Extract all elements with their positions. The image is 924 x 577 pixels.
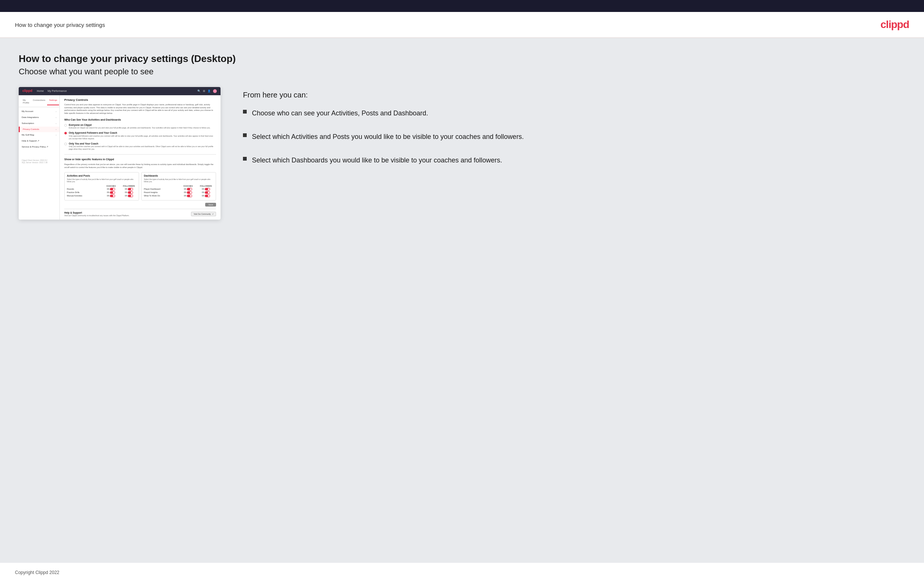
chevron-icon: › [56,128,57,131]
nav-link-performance[interactable]: My Performance [47,89,66,93]
app-main-content: Privacy Controls Control how you and you… [60,95,221,220]
logo: clippd [880,19,909,31]
app-nav-icons: 🔍 ⊞ 👤 [197,89,217,93]
person-icon[interactable]: 👤 [207,89,211,93]
features-section: Show or hide specific features in Clippd… [64,158,216,206]
header: How to change your privacy settings clip… [0,12,924,38]
toggle-rounds-follower[interactable] [128,188,133,190]
content-layout: clippd Home My Performance 🔍 ⊞ 👤 [19,87,905,219]
app-body: My Profile Connections Settings My Accou… [19,95,221,220]
app-mockup: clippd Home My Performance 🔍 ⊞ 👤 [19,87,221,219]
dashboard-row-player: Player Dashboard ON ON [144,188,213,190]
toggle-insights-coach[interactable] [187,191,192,194]
toggle-insights-follower[interactable] [205,191,210,194]
chevron-icon: › [56,122,57,125]
radio-desc-followers: Only approved followers and coaches you … [69,135,216,140]
bullet-text-3: Select which Dashboards you would like t… [252,155,502,166]
help-title: Help & Support [64,211,129,214]
col-label-coaches: COACHES [103,185,118,187]
header-title: How to change your privacy settings [15,22,105,28]
sidebar-item-privacy-controls[interactable]: Privacy Controls › [19,127,60,132]
radio-desc-everyone: Everyone on Clippd can search for you an… [69,127,210,129]
toggle-workon-coach[interactable] [187,195,192,197]
toggle-player-follower[interactable] [205,188,210,190]
sidebar-item-data-integrations[interactable]: Data Integrations › [19,114,60,121]
bullet-text-2: Select which Activities and Posts you wo… [252,132,524,142]
chevron-icon: › [56,134,57,137]
dashboard-row-round-insights: Round Insights ON ON [144,191,213,194]
dashboards-table-header: COACHES FOLLOWERS [144,185,213,187]
activity-name-manual: Manual Activities [67,195,103,197]
page-heading: How to change your privacy settings (Des… [19,53,905,64]
grid-icon[interactable]: ⊞ [203,89,205,93]
screenshot-mockup: clippd Home My Performance 🔍 ⊞ 👤 [19,87,221,219]
radio-label-followers: Only Approved Followers and Your Coach [69,131,216,134]
search-icon[interactable]: 🔍 [197,89,201,93]
radio-label-everyone: Everyone on Clippd [69,124,210,127]
sidebar-item-my-account[interactable]: My Account › [19,109,60,114]
sidebar-item-service-privacy[interactable]: Service & Privacy Policy ↗ [19,144,60,150]
avatar-icon[interactable] [213,89,217,93]
main-content: How to change your privacy settings (Des… [0,38,924,563]
activities-posts-card: Activities and Posts Select the types of… [64,172,139,201]
features-section-desc: Regardless of the privacy controls that … [64,163,216,169]
dashboards-card-title: Dashboards [144,174,213,177]
top-bar [0,0,924,12]
dashboard-name-what-to-work: What To Work On [144,195,181,197]
activities-card-title: Activities and Posts [67,174,136,177]
activity-name-rounds: Rounds [67,188,103,190]
radio-option-everyone[interactable]: Everyone on Clippd Everyone on Clippd ca… [64,124,216,129]
activity-row-practice-drills: Practice Drills ON ON [67,191,136,194]
toggle-workon-follower[interactable] [205,195,210,197]
radio-circle-followers [64,132,67,134]
toggle-manual-follower[interactable] [128,195,133,197]
sidebar-tabs: My Profile Connections Settings [19,98,60,108]
tab-settings[interactable]: Settings [47,98,59,106]
activity-name-practice-drills: Practice Drills [67,191,103,194]
features-grid: Activities and Posts Select the types of… [64,172,216,201]
help-desc: Visit our Clippd community to troublesho… [64,214,129,217]
radio-label-coach-only: Only You and Your Coach [69,142,216,145]
radio-circle-everyone [64,124,67,127]
toggle-player-coach[interactable] [187,188,192,190]
footer: Copyright Clippd 2022 [0,563,924,577]
save-button[interactable]: Save [205,203,216,206]
dashboard-row-what-to-work-on: What To Work On ON ON [144,195,213,197]
toggle-manual-coach[interactable] [110,195,115,197]
bullet-square [243,133,247,137]
dashboards-card-desc: Select the types of activity that you'd … [144,179,213,183]
radio-option-followers[interactable]: Only Approved Followers and Your Coach O… [64,131,216,140]
bullet-item-3: Select which Dashboards you would like t… [243,155,905,166]
activities-card-desc: Select the types of activity that you'd … [67,179,136,183]
toggle-rounds-coach[interactable] [110,188,115,190]
features-section-title: Show or hide specific features in Clippd [64,158,216,161]
info-panel-heading: From here you can: [243,91,905,99]
activities-table-header: COACHES FOLLOWERS [67,185,136,187]
toggle-drills-coach[interactable] [110,191,115,194]
nav-link-home[interactable]: Home [37,89,44,93]
external-link-icon: ↗ [212,213,213,215]
radio-option-coach-only[interactable]: Only You and Your Coach Only you and the… [64,142,216,150]
privacy-radio-group: Everyone on Clippd Everyone on Clippd ca… [64,124,216,150]
tab-connections[interactable]: Connections [31,98,47,106]
subsection-title-who-can-see: Who Can See Your Activities and Dashboar… [64,118,216,121]
info-panel: From here you can: Choose who can see yo… [243,87,905,166]
dashboard-name-player: Player Dashboard [144,188,181,190]
page-subheading: Choose what you want people to see [19,67,905,77]
sidebar-item-subscription[interactable]: Subscription › [19,121,60,127]
dash-col-followers: FOLLOWERS [199,185,213,187]
tab-my-profile[interactable]: My Profile [21,98,31,106]
toggle-drills-follower[interactable] [128,191,133,194]
section-title-privacy: Privacy Controls [64,98,216,102]
app-sidebar: My Profile Connections Settings My Accou… [19,95,60,220]
dashboards-card: Dashboards Select the types of activity … [141,172,216,201]
activity-row-rounds: Rounds ON ON [67,188,136,190]
sidebar-item-help-support[interactable]: Help & Support ↗ [19,138,60,144]
version-info: Clippd Client Version: 2022.8.2SQL Serve… [19,156,60,167]
activity-row-manual-activities: Manual Activities ON ON [67,195,136,197]
col-label-followers: FOLLOWERS [121,185,136,187]
chevron-icon: › [56,110,57,113]
sidebar-item-my-golf-bag[interactable]: My Golf Bag › [19,132,60,138]
visit-community-button[interactable]: Visit Our Community ↗ [191,212,216,216]
bullet-item-1: Choose who can see your Activities, Post… [243,108,905,118]
